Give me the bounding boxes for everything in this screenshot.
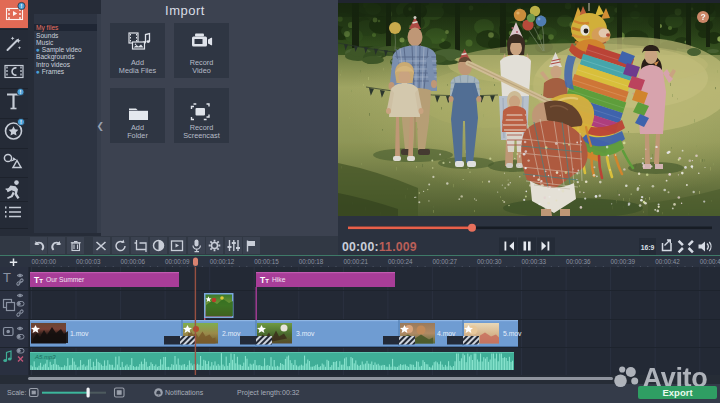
svg-text:Project length:: Project length: bbox=[237, 389, 282, 397]
svg-text:00:00:06: 00:00:06 bbox=[121, 258, 146, 265]
svg-text:16:9: 16:9 bbox=[641, 244, 655, 251]
svg-text:Scale:: Scale: bbox=[7, 389, 27, 396]
svg-text:00:00:00: 00:00:00 bbox=[32, 258, 57, 265]
svg-text:3.mov: 3.mov bbox=[296, 330, 315, 337]
svg-text:!: ! bbox=[21, 3, 23, 9]
svg-text:00:00:15: 00:00:15 bbox=[254, 258, 279, 265]
svg-text:00:00:09: 00:00:09 bbox=[165, 258, 190, 265]
svg-text:00:00:03: 00:00:03 bbox=[76, 258, 101, 265]
svg-text:!: ! bbox=[20, 119, 22, 125]
svg-text:00:00:11.009: 00:00:11.009 bbox=[342, 240, 417, 254]
svg-text:00:00:36: 00:00:36 bbox=[566, 258, 591, 265]
svg-text:4.mov: 4.mov bbox=[437, 330, 456, 337]
svg-text:Folder: Folder bbox=[127, 131, 148, 140]
svg-text:00:00:27: 00:00:27 bbox=[432, 258, 457, 265]
svg-text:T: T bbox=[3, 270, 11, 285]
svg-text:A5.mp3: A5.mp3 bbox=[34, 354, 56, 360]
svg-text:00:00:30: 00:00:30 bbox=[477, 258, 502, 265]
svg-text:00:00:24: 00:00:24 bbox=[388, 258, 413, 265]
svg-text:2.mov: 2.mov bbox=[222, 330, 241, 337]
svg-text:5.mov: 5.mov bbox=[503, 330, 522, 337]
svg-text:Screencast: Screencast bbox=[183, 131, 220, 140]
svg-text:!: ! bbox=[20, 89, 22, 95]
svg-text:00:00:12: 00:00:12 bbox=[210, 258, 235, 265]
svg-text:Media Files: Media Files bbox=[119, 66, 157, 75]
svg-text:00:00:39: 00:00:39 bbox=[611, 258, 636, 265]
svg-text:Notifications: Notifications bbox=[165, 389, 204, 396]
svg-text:Our Summer: Our Summer bbox=[46, 276, 85, 283]
svg-text:00:32: 00:32 bbox=[282, 389, 300, 396]
svg-text:00:00:18: 00:00:18 bbox=[299, 258, 324, 265]
svg-text:Video: Video bbox=[192, 66, 211, 75]
svg-text:00:00:21: 00:00:21 bbox=[343, 258, 368, 265]
svg-text:Hike: Hike bbox=[272, 276, 286, 283]
svg-text:00:00:42: 00:00:42 bbox=[655, 258, 680, 265]
svg-text:00:00:33: 00:00:33 bbox=[522, 258, 547, 265]
svg-text:00:00:45: 00:00:45 bbox=[700, 258, 720, 265]
svg-text:?: ? bbox=[700, 12, 705, 22]
svg-text:1.mov: 1.mov bbox=[70, 330, 89, 337]
